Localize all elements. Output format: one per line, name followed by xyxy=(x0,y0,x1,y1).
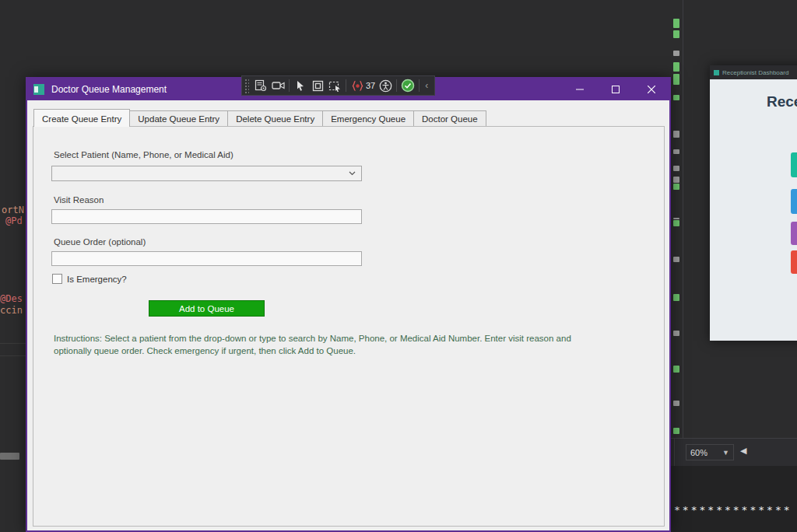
add-to-queue-button[interactable]: Add to Queue xyxy=(149,300,265,317)
editor-scrollbar-thumb[interactable] xyxy=(0,453,19,460)
accessibility-checker-icon[interactable] xyxy=(377,78,394,93)
visit-reason-input[interactable] xyxy=(51,209,362,224)
toolbar-separator xyxy=(419,79,420,92)
scrollbar-mark xyxy=(673,95,679,100)
code-fragment: ortN xyxy=(2,205,24,215)
desktop: ortN @Pd @Des ccin 60% ▼ ◀ *************… xyxy=(0,0,797,532)
screenshot-camera-icon[interactable] xyxy=(269,78,286,93)
scrollbar-mark xyxy=(673,177,679,183)
queue-order-label: Queue Order (optional) xyxy=(54,237,146,247)
debug-toolbar: 37 ‹ xyxy=(241,75,435,96)
binding-failures-icon[interactable] xyxy=(349,78,366,93)
emergency-checkbox-label: Is Emergency? xyxy=(67,275,127,284)
toolbar-separator xyxy=(346,79,346,92)
live-visual-tree-icon[interactable] xyxy=(252,78,269,93)
tabstrip: Create Queue Entry Update Queue Entry De… xyxy=(33,109,486,127)
collapse-left-icon[interactable]: ◀ xyxy=(740,446,746,456)
close-button[interactable] xyxy=(638,79,665,100)
collapse-toolbar-chevron[interactable]: ‹ xyxy=(422,80,431,91)
side-window-titlebar[interactable]: Receptionist Dashboard xyxy=(710,65,797,79)
scrollbar-mark xyxy=(673,51,679,56)
scrollbar-column-divider xyxy=(683,0,683,438)
patient-combobox[interactable] xyxy=(51,166,362,181)
scrollbar-mark xyxy=(673,366,679,373)
app-icon xyxy=(714,70,719,75)
patient-label: Select Patient (Name, Phone, or Medical … xyxy=(54,150,233,159)
scrollbar-mark xyxy=(673,149,679,154)
zoom-level-value: 60% xyxy=(690,448,707,457)
scrollbar-mark xyxy=(673,62,679,72)
toolbar-separator xyxy=(396,79,397,92)
minimize-button[interactable] xyxy=(567,79,593,100)
tab-create-queue-entry[interactable]: Create Queue Entry xyxy=(33,109,130,127)
track-focused-element-icon[interactable] xyxy=(326,78,343,93)
tab-emergency-queue[interactable]: Emergency Queue xyxy=(322,110,414,127)
maximize-button[interactable] xyxy=(602,79,629,100)
toolbar-separator xyxy=(289,79,290,92)
chevron-down-icon xyxy=(349,170,356,177)
tab-delete-queue-entry[interactable]: Delete Queue Entry xyxy=(227,110,323,127)
side-window-heading: Receptionist Dashboard xyxy=(767,93,797,110)
dashboard-button[interactable] xyxy=(791,189,797,214)
scrollbar-mark xyxy=(673,331,679,336)
masked-output-text: ************** xyxy=(674,504,792,516)
dashboard-button[interactable] xyxy=(791,250,797,274)
emergency-checkbox[interactable] xyxy=(52,274,62,284)
scrollbar-mark xyxy=(673,220,679,226)
code-fragment: ccin xyxy=(0,305,23,316)
side-window-title: Receptionist Dashboard xyxy=(722,69,788,76)
chevron-down-icon: ▼ xyxy=(722,449,729,457)
scrollbar-mark xyxy=(673,294,679,301)
scrollbar-mark xyxy=(673,166,679,171)
dashboard-button[interactable] xyxy=(791,152,797,177)
scrollbar-mark xyxy=(673,184,679,190)
editor-divider xyxy=(0,355,26,356)
scrollbar-mark xyxy=(673,74,679,85)
tab-doctor-queue[interactable]: Doctor Queue xyxy=(413,110,486,127)
scrollbar-mark xyxy=(673,19,679,28)
dashboard-button[interactable] xyxy=(791,222,797,245)
enable-selection-cursor-icon[interactable] xyxy=(292,78,309,93)
designer-statusbar: 60% ▼ ◀ xyxy=(674,439,797,466)
zoom-level-dropdown[interactable]: 60% ▼ xyxy=(686,444,734,460)
create-queue-entry-panel: Select Patient (Name, Phone, or Medical … xyxy=(33,126,665,527)
tab-update-queue-entry[interactable]: Update Queue Entry xyxy=(129,110,228,127)
window-title: Doctor Queue Management xyxy=(51,84,167,95)
scrollbar-mark xyxy=(673,30,679,38)
layout-adorners-icon[interactable] xyxy=(309,78,326,93)
doctor-queue-window: Doctor Queue Management Create Queue Ent… xyxy=(26,77,671,532)
scrollbar-mark xyxy=(673,401,679,406)
receptionist-dashboard-window: Receptionist Dashboard Receptionist Dash… xyxy=(710,65,797,341)
instructions-text: Instructions: Select a patient from the … xyxy=(54,332,609,357)
editor-divider xyxy=(0,343,26,344)
code-fragment: @Pd xyxy=(5,215,23,226)
visit-reason-label: Visit Reason xyxy=(54,195,104,205)
scrollbar-mark xyxy=(673,428,679,434)
output-panel xyxy=(671,466,797,532)
scrollbar-mark xyxy=(673,218,679,219)
app-icon xyxy=(33,84,44,95)
hot-reload-success-icon[interactable] xyxy=(399,78,416,93)
code-fragment: @Des xyxy=(0,293,23,304)
scrollbar-mark xyxy=(673,131,679,138)
binding-failures-count: 37 xyxy=(366,81,375,90)
queue-order-input[interactable] xyxy=(51,251,362,266)
toolbar-grip-handle[interactable] xyxy=(244,78,249,93)
scrollbar-mark xyxy=(673,257,679,262)
